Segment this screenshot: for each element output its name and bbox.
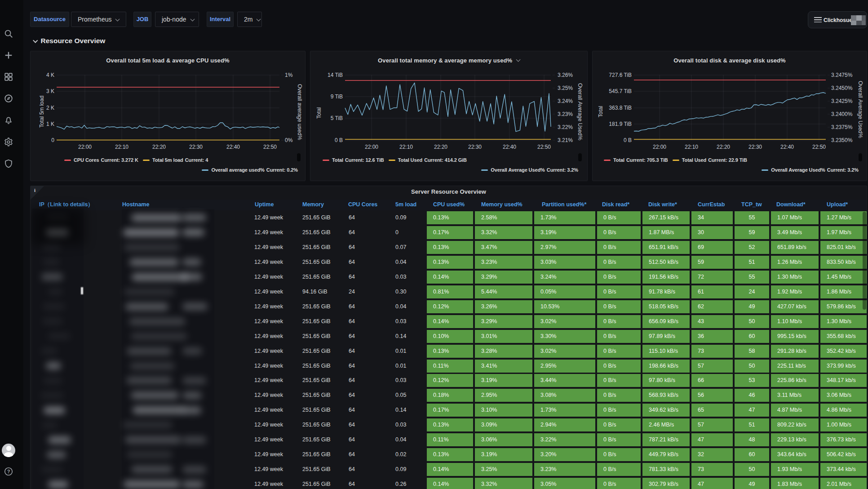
svg-text:22:40: 22:40 xyxy=(226,144,240,150)
svg-text:22:30: 22:30 xyxy=(189,144,203,150)
svg-text:3.2450%: 3.2450% xyxy=(831,85,853,91)
svg-text:545.7 TiB: 545.7 TiB xyxy=(609,88,632,94)
svg-text:3.2400%: 3.2400% xyxy=(831,111,853,117)
svg-text:22:40: 22:40 xyxy=(503,144,516,150)
svg-text:22:00: 22:00 xyxy=(365,144,378,150)
svg-text:3.25%: 3.25% xyxy=(558,85,573,91)
svg-text:14 TiB: 14 TiB xyxy=(328,72,343,78)
svg-text:363.8 TiB: 363.8 TiB xyxy=(609,105,632,111)
svg-text:22:10: 22:10 xyxy=(115,144,128,150)
svg-text:181.9 TiB: 181.9 TiB xyxy=(609,121,632,127)
svg-text:3.2475%: 3.2475% xyxy=(831,72,853,78)
svg-text:22:20: 22:20 xyxy=(717,144,730,150)
svg-text:0: 0 xyxy=(51,137,54,143)
svg-text:9 TiB: 9 TiB xyxy=(331,93,343,100)
svg-text:22:50: 22:50 xyxy=(812,144,826,150)
svg-text:22:50: 22:50 xyxy=(537,144,551,150)
svg-text:22:10: 22:10 xyxy=(399,144,413,150)
svg-text:3.2375%: 3.2375% xyxy=(831,124,853,130)
svg-text:22:10: 22:10 xyxy=(685,144,698,150)
svg-text:22:20: 22:20 xyxy=(434,144,447,150)
svg-text:5 TiB: 5 TiB xyxy=(331,115,343,121)
svg-text:0 B: 0 B xyxy=(624,137,632,143)
svg-text:3.24%: 3.24% xyxy=(558,98,573,104)
svg-text:?: ? xyxy=(7,469,10,474)
svg-text:3.26%: 3.26% xyxy=(558,72,573,78)
svg-text:22:40: 22:40 xyxy=(780,144,794,150)
svg-text:3.21%: 3.21% xyxy=(558,137,573,143)
svg-text:3.22%: 3.22% xyxy=(558,124,573,130)
svg-text:0%: 0% xyxy=(285,137,293,143)
svg-text:2 K: 2 K xyxy=(46,105,54,111)
svg-text:22:30: 22:30 xyxy=(748,144,762,150)
svg-text:3 K: 3 K xyxy=(46,88,54,94)
svg-text:22:30: 22:30 xyxy=(468,144,482,150)
svg-text:4 K: 4 K xyxy=(46,72,54,78)
svg-text:22:50: 22:50 xyxy=(263,144,277,150)
svg-text:3.2350%: 3.2350% xyxy=(831,137,853,143)
svg-text:0 B: 0 B xyxy=(335,137,343,143)
svg-text:3.2425%: 3.2425% xyxy=(831,98,853,104)
svg-text:22:00: 22:00 xyxy=(78,144,92,150)
svg-text:727.6 TiB: 727.6 TiB xyxy=(609,72,632,78)
svg-text:3.23%: 3.23% xyxy=(558,111,573,117)
svg-text:1 K: 1 K xyxy=(46,121,54,127)
svg-text:22:20: 22:20 xyxy=(152,144,166,150)
svg-text:22:00: 22:00 xyxy=(653,144,666,150)
svg-text:1%: 1% xyxy=(285,72,293,78)
